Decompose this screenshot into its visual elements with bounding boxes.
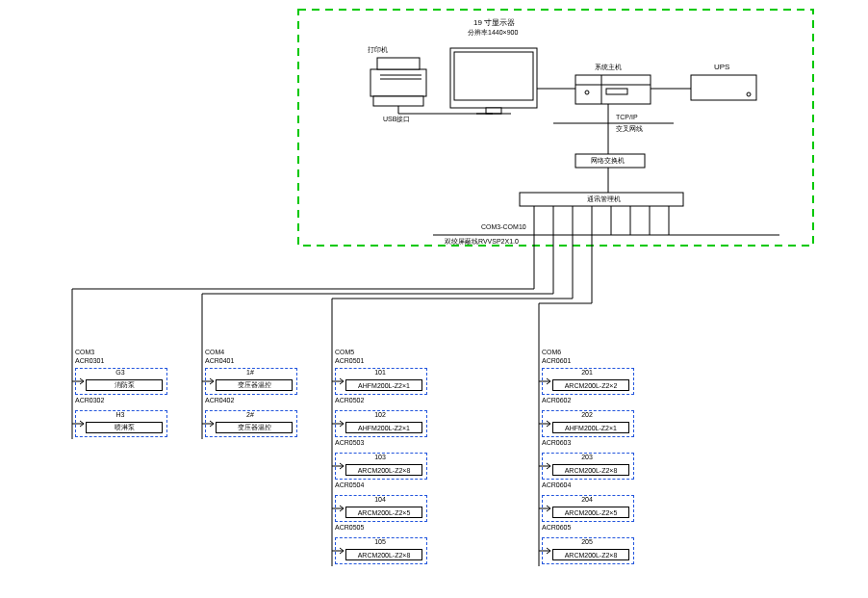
branch-addr: ACR0601 (542, 357, 571, 364)
device-slot-label: 103 (351, 454, 409, 460)
cable-label: 双绞屏蔽线RVVSP2X1.0 (445, 238, 519, 245)
crossover-label: 交叉网线 (616, 125, 643, 132)
device-box: AHFM200L-Z2×1 (345, 422, 422, 433)
device-box: ARCM200L-Z2×5 (552, 507, 629, 518)
device-box: 喷淋泵 (86, 422, 163, 433)
tcpip-label: TCP/IP (616, 114, 638, 120)
device-box: ARCM200L-Z2×8 (552, 549, 629, 560)
device-box: 变压器温控 (216, 422, 293, 433)
device-box: 消防泵 (86, 379, 163, 391)
device-box: ARCM200L-Z2×2 (552, 379, 629, 391)
svg-rect-1 (377, 58, 420, 69)
svg-rect-2 (373, 96, 423, 106)
ups-shape (691, 75, 756, 100)
device-slot-label: 101 (351, 369, 409, 376)
device-slot-label: 201 (558, 369, 616, 376)
host-shape (575, 75, 651, 104)
monitor-label2: 分辨率1440×900 (468, 29, 518, 36)
diagram-canvas (0, 0, 868, 598)
com-range-label: COM3-COM10 (481, 223, 526, 230)
device-slot-label: H3 (91, 411, 149, 418)
device-slot-label: 202 (558, 411, 616, 418)
device-slot-label: 204 (558, 496, 616, 503)
usb-label: USB接口 (383, 116, 410, 122)
host-label: 系统主机 (595, 64, 622, 70)
branch-com: COM5 (335, 349, 354, 355)
device-slot-label: 2# (221, 411, 279, 418)
branch-com: COM3 (75, 349, 94, 355)
printer-label: 打印机 (368, 46, 388, 53)
branch-com: COM6 (542, 349, 561, 355)
monitor-shape (450, 48, 537, 114)
svg-rect-8 (486, 108, 501, 114)
boundary-box (298, 10, 813, 246)
svg-rect-15 (691, 75, 756, 100)
device-box: AHFM200L-Z2×1 (345, 379, 422, 391)
device-addr: ACR0605 (542, 524, 571, 531)
device-box: AHFM200L-Z2×1 (552, 422, 629, 433)
device-box: ARCM200L-Z2×8 (345, 549, 422, 560)
device-addr: ACR0603 (542, 439, 571, 446)
device-slot-label: 105 (351, 538, 409, 545)
branch-addr: ACR0301 (75, 357, 104, 364)
device-addr: ACR0504 (335, 481, 364, 488)
monitor-label1: 19 寸显示器 (473, 19, 515, 27)
device-box: ARCM200L-Z2×8 (552, 464, 629, 476)
device-box: 变压器温控 (216, 379, 293, 391)
device-box: ARCM200L-Z2×8 (345, 464, 422, 476)
svg-rect-0 (370, 69, 426, 96)
switch-label: 网络交换机 (591, 157, 625, 164)
device-slot-label: 1# (221, 369, 279, 376)
device-addr: ACR0502 (335, 397, 364, 403)
device-addr: ACR0302 (75, 397, 104, 403)
device-slot-label: 205 (558, 538, 616, 545)
device-addr: ACR0402 (205, 397, 234, 403)
printer-shape (370, 58, 426, 114)
device-slot-label: 104 (351, 496, 409, 503)
device-addr: ACR0503 (335, 439, 364, 446)
device-addr: ACR0604 (542, 481, 571, 488)
device-box: ARCM200L-Z2×5 (345, 507, 422, 518)
ups-label: UPS (714, 64, 729, 71)
branch-addr: ACR0501 (335, 357, 364, 364)
device-slot-label: G3 (91, 369, 149, 376)
collector-label: 通讯管理机 (587, 195, 621, 202)
svg-rect-7 (454, 52, 533, 100)
device-slot-label: 203 (558, 454, 616, 460)
device-slot-label: 102 (351, 411, 409, 418)
branch-addr: ACR0401 (205, 357, 234, 364)
device-addr: ACR0505 (335, 524, 364, 531)
device-addr: ACR0602 (542, 397, 571, 403)
svg-rect-13 (606, 89, 627, 94)
branch-com: COM4 (205, 349, 224, 355)
